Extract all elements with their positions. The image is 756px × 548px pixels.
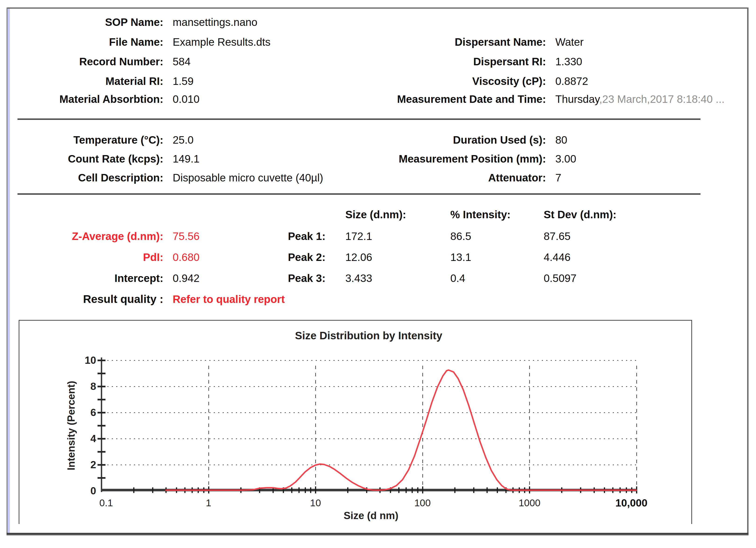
field-value: 3.00 [555, 152, 576, 166]
field-label: Dispersant Name: [0, 35, 546, 49]
result-quality-value: Refer to quality report [173, 292, 285, 306]
peak-size: 172.1 [345, 229, 372, 243]
measurement-datetime: Thursday,23 March,2017 8:18:40 ... [555, 92, 725, 106]
field-value: 0.8872 [555, 74, 588, 88]
x-tick-label: 100 [388, 497, 458, 509]
x-tick-label: 1 [174, 497, 244, 509]
peak-label: Peak 2: [0, 250, 325, 264]
peak-label: Peak 1: [0, 229, 325, 243]
y-axis-title: Intensity (Percent) [64, 356, 78, 496]
x-axis-title: Size (d nm) [231, 510, 511, 521]
datetime-rest: ,23 March,2017 8:18:40 ... [599, 93, 725, 105]
x-tick-label: 10,000 [596, 497, 666, 509]
peak-intensity: 0.4 [450, 271, 465, 285]
field-label: Measurement Date and Time: [0, 92, 546, 106]
y-tick-label: 10 [61, 354, 96, 367]
peak-size: 12.06 [345, 250, 372, 264]
field-label: Duration Used (s): [0, 133, 546, 147]
results-header-row: Size (d.nm): % Intensity: St Dev (d.nm): [0, 208, 756, 222]
info-row: Record Number: 584 Dispersant RI: 1.330 [0, 55, 756, 69]
results-row: PdI: 0.680 Peak 2: 12.06 13.1 4.446 [0, 250, 756, 264]
peak-stdev: 4.446 [544, 250, 571, 264]
condition-row: Temperature (°C): 25.0 Duration Used (s)… [0, 133, 756, 147]
peak-size: 3.433 [345, 271, 372, 285]
x-tick-label: 10 [280, 497, 350, 509]
field-value: 80 [555, 133, 567, 147]
y-tick-label: 8 [61, 380, 96, 393]
section-divider [17, 193, 700, 195]
y-tick-label: 2 [61, 458, 96, 471]
field-value: 7 [555, 171, 561, 185]
info-row: SOP Name: mansettings.nano [0, 15, 756, 29]
field-label: Dispersant RI: [0, 55, 546, 69]
section-divider [17, 119, 700, 120]
y-tick-label: 4 [61, 432, 96, 445]
field-value: mansettings.nano [173, 15, 257, 29]
intensity-curve [101, 359, 637, 493]
column-header-intensity: % Intensity: [450, 208, 511, 222]
peak-intensity: 86.5 [450, 229, 471, 243]
field-label: Measurement Position (mm): [0, 152, 546, 166]
column-header-size: Size (d.nm): [345, 208, 406, 222]
field-label: Attenuator: [0, 171, 546, 185]
x-tick-label: 1000 [494, 497, 564, 509]
info-row: File Name: Example Results.dts Dispersan… [0, 35, 756, 49]
datetime-day: Thursday [555, 93, 599, 105]
field-value: 1.330 [555, 55, 582, 69]
result-quality-row: Result quality : Refer to quality report [0, 292, 756, 306]
x-tick-label: 0.1 [71, 497, 141, 509]
results-row: Intercept: 0.942 Peak 3: 3.433 0.4 0.509… [0, 271, 756, 285]
field-value: Water [555, 35, 584, 49]
field-label: SOP Name: [0, 15, 163, 29]
info-row: Material Absorbtion: 0.010 Measurement D… [0, 92, 756, 106]
report-page: SOP Name: mansettings.nano File Name: Ex… [0, 0, 756, 548]
page-border-bottom [7, 533, 749, 535]
page-border-top [7, 7, 749, 9]
peak-stdev: 87.65 [544, 229, 571, 243]
result-quality-label: Result quality : [0, 292, 163, 306]
y-tick-label: 6 [61, 406, 96, 419]
peak-label: Peak 3: [0, 271, 325, 285]
condition-row: Cell Description: Disposable micro cuvet… [0, 171, 756, 185]
info-row: Material RI: 1.59 Viscosity (cP): 0.8872 [0, 74, 756, 88]
field-label: Viscosity (cP): [0, 74, 546, 88]
peak-intensity: 13.1 [450, 250, 471, 264]
condition-row: Count Rate (kcps): 149.1 Measurement Pos… [0, 152, 756, 166]
results-row: Z-Average (d.nm): 75.56 Peak 1: 172.1 86… [0, 229, 756, 243]
chart-title: Size Distribution by Intensity [229, 329, 509, 342]
y-tick-label: 0 [61, 484, 96, 497]
peak-stdev: 0.5097 [544, 271, 577, 285]
column-header-stdev: St Dev (d.nm): [544, 208, 616, 222]
